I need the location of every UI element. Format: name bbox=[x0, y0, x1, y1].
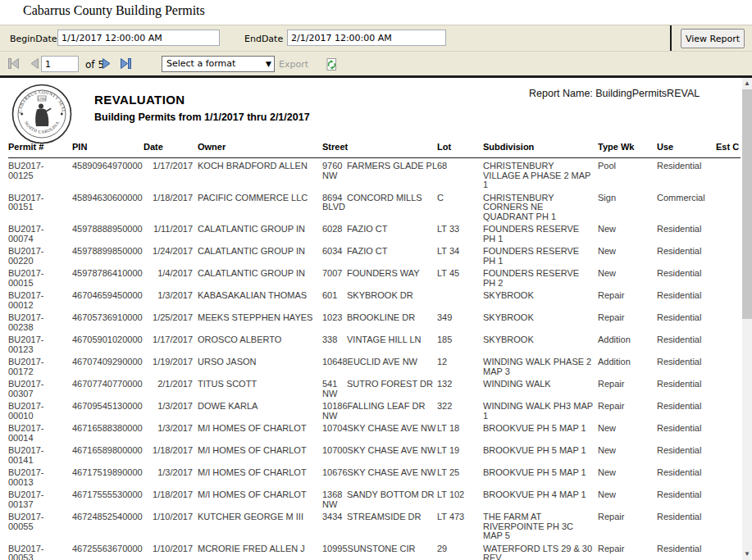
street-number: 10700 bbox=[322, 446, 348, 456]
use-cell: Residential bbox=[657, 509, 716, 541]
table-row: BU2017-00172467074092900001/19/2017URSO … bbox=[8, 354, 741, 376]
est-cost-cell bbox=[716, 332, 741, 354]
street-number: 10676 bbox=[322, 468, 348, 478]
lot-cell: LT 25 bbox=[437, 465, 483, 487]
est-cost-cell bbox=[716, 288, 741, 310]
pin-cell: 45890964970000 bbox=[72, 158, 144, 190]
est-cost-cell bbox=[716, 190, 741, 222]
date-cell: 1/25/2017 bbox=[144, 310, 198, 332]
county-seal-logo: CABARRUS COUNTY SEAL NORTH CAROLINA 1792 bbox=[11, 84, 72, 144]
export-link[interactable]: Export bbox=[279, 59, 308, 70]
use-cell: Residential bbox=[657, 288, 716, 310]
subdivision-cell: SKYBROOK bbox=[483, 288, 598, 310]
date-cell: 1/3/2017 bbox=[144, 421, 198, 443]
subdivision-cell: BROOKVUE PH 5 MAP 1 bbox=[483, 443, 598, 465]
est-cost-cell bbox=[716, 509, 741, 541]
view-report-button[interactable]: View Report bbox=[681, 29, 745, 48]
use-cell: Residential bbox=[657, 310, 716, 332]
street-cell: 10700SKY CHASE AVE NW bbox=[322, 443, 437, 465]
table-row: BU2017-00074459788889500001/11/2017CALAT… bbox=[8, 221, 741, 244]
est-cost-cell bbox=[716, 244, 741, 266]
format-select[interactable]: Select a format ▼ bbox=[162, 56, 275, 72]
owner-cell: PACIFIC COMMERCE LLC bbox=[198, 190, 322, 222]
first-page-button[interactable] bbox=[7, 58, 20, 71]
pagination-toolbar: of 5 Select a format ▼ Export bbox=[0, 51, 752, 78]
street-cell: 6028FAZIO CT bbox=[322, 221, 437, 244]
column-header: Type Wk bbox=[598, 139, 657, 158]
date-cell: 1/11/2017 bbox=[144, 221, 198, 244]
lot-cell: 322 bbox=[437, 398, 483, 421]
previous-page-button[interactable] bbox=[30, 58, 39, 71]
column-header: Est C bbox=[716, 139, 741, 158]
table-row: BU2017-00012467046594500001/3/2017KABASA… bbox=[8, 288, 741, 310]
lot-cell: LT 19 bbox=[437, 443, 483, 465]
permit-cell: BU2017-00013 bbox=[8, 465, 72, 487]
est-cost-cell bbox=[716, 266, 741, 288]
table-row: BU2017-00307467077407700002/1/2017TITUS … bbox=[8, 376, 741, 398]
lot-cell: LT 33 bbox=[437, 221, 483, 244]
permit-cell: BU2017-00010 bbox=[8, 398, 72, 421]
current-page-input[interactable] bbox=[41, 56, 79, 72]
permit-cell: BU2017-00238 bbox=[8, 310, 72, 332]
table-row: BU2017-00014467165883800001/3/2017M/I HO… bbox=[8, 421, 741, 443]
end-date-label: EndDate bbox=[244, 34, 283, 44]
permit-cell: BU2017-00053 bbox=[8, 541, 72, 560]
scroll-down-icon[interactable]: ▼ bbox=[742, 549, 752, 560]
street-cell: 10995SUNSTONE CIR bbox=[322, 541, 437, 560]
street-number: 6034 bbox=[322, 247, 347, 257]
permits-table: Permit #PINDateOwnerStreetLotSubdivision… bbox=[8, 139, 741, 560]
street-number: 541 bbox=[322, 380, 347, 389]
next-page-button[interactable] bbox=[102, 58, 112, 71]
pin-cell: 46724852540000 bbox=[72, 509, 144, 541]
last-page-button[interactable] bbox=[120, 58, 132, 71]
type-wk-cell: Pool bbox=[598, 158, 657, 190]
date-cell: 1/19/2017 bbox=[144, 354, 198, 376]
report-title: REVALUATION bbox=[94, 93, 185, 107]
street-number: 338 bbox=[322, 335, 347, 345]
vertical-scrollbar[interactable]: ▲ ▼ bbox=[742, 78, 752, 560]
type-wk-cell: New bbox=[598, 266, 657, 288]
scroll-up-icon[interactable]: ▲ bbox=[742, 78, 752, 89]
pin-cell: 46704659450000 bbox=[72, 288, 144, 310]
chevron-down-icon: ▼ bbox=[266, 57, 271, 72]
table-row: BU2017-00125458909649700001/17/2017KOCH … bbox=[8, 158, 741, 190]
street-number: 1368 bbox=[322, 490, 347, 500]
permit-cell: BU2017-00220 bbox=[8, 244, 72, 266]
lot-cell: LT 34 bbox=[437, 244, 483, 266]
use-cell: Residential bbox=[657, 398, 716, 421]
subdivision-cell: WINDING WALK PH3 MAP 1 bbox=[483, 398, 598, 421]
permit-cell: BU2017-00141 bbox=[8, 443, 72, 465]
begin-date-input[interactable] bbox=[57, 30, 220, 46]
table-row: BU2017-00013467175198900001/3/2017M/I HO… bbox=[8, 465, 741, 487]
type-wk-cell: Addition bbox=[598, 332, 657, 354]
permit-cell: BU2017-00307 bbox=[8, 376, 72, 398]
lot-cell: LT 45 bbox=[437, 266, 483, 288]
scrollbar-thumb[interactable] bbox=[742, 89, 752, 319]
lot-cell bbox=[437, 288, 483, 310]
table-row: BU2017-00238467057369100001/25/2017MEEKS… bbox=[8, 310, 741, 332]
owner-cell: M/I HOMES OF CHARLOT bbox=[198, 421, 322, 443]
street-cell: 7007FOUNDERS WAY bbox=[322, 266, 437, 288]
subdivision-cell: FOUNDERS RESERVE PH 2 bbox=[483, 266, 598, 288]
refresh-button[interactable] bbox=[325, 58, 339, 74]
table-row: BU2017-00010467095451300001/3/2017DOWE K… bbox=[8, 398, 741, 421]
lot-cell: 12 bbox=[437, 354, 483, 376]
end-date-input[interactable] bbox=[287, 30, 446, 46]
table-header-row: Permit #PINDateOwnerStreetLotSubdivision… bbox=[8, 139, 741, 158]
date-cell: 1/17/2017 bbox=[144, 158, 198, 190]
subdivision-cell: WINDING WALK bbox=[483, 376, 598, 398]
subdivision-cell: SKYBROOK bbox=[483, 310, 598, 332]
date-cell: 1/3/2017 bbox=[144, 398, 198, 421]
pin-cell: 46716589800000 bbox=[72, 443, 144, 465]
pin-cell: 46717519890000 bbox=[72, 465, 144, 487]
street-cell: 1368SANDY BOTTOM DR NW bbox=[322, 487, 437, 509]
pin-cell: 46716588380000 bbox=[72, 421, 144, 443]
type-wk-cell: New bbox=[598, 421, 657, 443]
report-body: CABARRUS COUNTY SEAL NORTH CAROLINA 1792… bbox=[0, 78, 752, 560]
table-row: BU2017-00055467248525400001/10/2017KUTCH… bbox=[8, 509, 741, 541]
lot-cell: C bbox=[437, 190, 483, 222]
lot-cell: LT 102 bbox=[437, 487, 483, 509]
use-cell: Residential bbox=[657, 541, 716, 560]
date-cell: 1/10/2017 bbox=[144, 509, 198, 541]
owner-cell: M/I HOMES OF CHARLOT bbox=[198, 465, 322, 487]
